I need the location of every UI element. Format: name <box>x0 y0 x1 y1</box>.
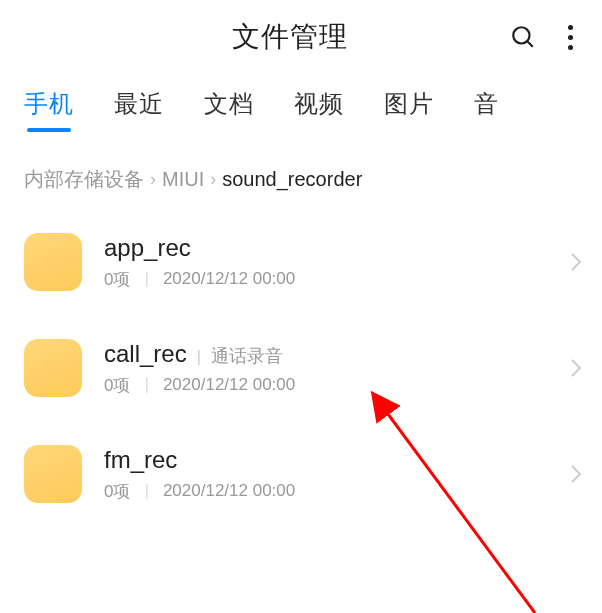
chevron-right-icon: › <box>150 169 156 190</box>
item-name-row: fm_rec <box>104 446 548 474</box>
chevron-right-icon <box>570 464 582 484</box>
tab-docs[interactable]: 文档 <box>204 88 254 120</box>
breadcrumb-part-current: sound_recorder <box>222 168 362 191</box>
tab-recent[interactable]: 最近 <box>114 88 164 120</box>
svg-point-0 <box>513 27 529 43</box>
item-count: 0项 <box>104 374 130 397</box>
item-meta: 0项 | 2020/12/12 00:00 <box>104 480 548 503</box>
list-item[interactable]: call_rec | 通话录音 0项 | 2020/12/12 00:00 <box>0 315 602 421</box>
header-actions <box>510 24 582 50</box>
item-count: 0项 <box>104 268 130 291</box>
meta-separator: | <box>144 375 148 395</box>
item-count: 0项 <box>104 480 130 503</box>
folder-name: fm_rec <box>104 446 177 474</box>
page-title: 文件管理 <box>70 18 510 56</box>
tab-image[interactable]: 图片 <box>384 88 434 120</box>
item-name-row: call_rec | 通话录音 <box>104 340 548 368</box>
folder-name: app_rec <box>104 234 191 262</box>
meta-separator: | <box>144 481 148 501</box>
search-icon[interactable] <box>510 24 536 50</box>
list-item-body: app_rec 0项 | 2020/12/12 00:00 <box>104 234 548 291</box>
item-date: 2020/12/12 00:00 <box>163 375 295 395</box>
tag-separator: | <box>197 348 201 366</box>
item-date: 2020/12/12 00:00 <box>163 481 295 501</box>
tab-phone[interactable]: 手机 <box>24 88 74 120</box>
chevron-right-icon <box>570 358 582 378</box>
list-item[interactable]: app_rec 0项 | 2020/12/12 00:00 <box>0 209 602 315</box>
list-item[interactable]: fm_rec 0项 | 2020/12/12 00:00 <box>0 421 602 527</box>
breadcrumb: 内部存储设备 › MIUI › sound_recorder <box>0 130 602 201</box>
meta-separator: | <box>144 269 148 289</box>
folder-tag: 通话录音 <box>211 344 283 368</box>
folder-icon <box>24 339 82 397</box>
list-item-body: call_rec | 通话录音 0项 | 2020/12/12 00:00 <box>104 340 548 397</box>
svg-line-1 <box>527 41 532 46</box>
item-name-row: app_rec <box>104 234 548 262</box>
breadcrumb-part[interactable]: MIUI <box>162 168 204 191</box>
breadcrumb-part[interactable]: 内部存储设备 <box>24 166 144 193</box>
list-item-body: fm_rec 0项 | 2020/12/12 00:00 <box>104 446 548 503</box>
folder-list: app_rec 0项 | 2020/12/12 00:00 call_rec |… <box>0 201 602 527</box>
category-tabs: 手机 最近 文档 视频 图片 音 <box>0 70 602 130</box>
tab-audio[interactable]: 音 <box>474 88 499 120</box>
folder-icon <box>24 445 82 503</box>
tab-video[interactable]: 视频 <box>294 88 344 120</box>
more-icon[interactable] <box>558 25 582 50</box>
item-date: 2020/12/12 00:00 <box>163 269 295 289</box>
folder-name: call_rec <box>104 340 187 368</box>
chevron-right-icon <box>570 252 582 272</box>
folder-icon <box>24 233 82 291</box>
app-header: 文件管理 <box>0 0 602 70</box>
chevron-right-icon: › <box>210 169 216 190</box>
item-meta: 0项 | 2020/12/12 00:00 <box>104 268 548 291</box>
item-meta: 0项 | 2020/12/12 00:00 <box>104 374 548 397</box>
